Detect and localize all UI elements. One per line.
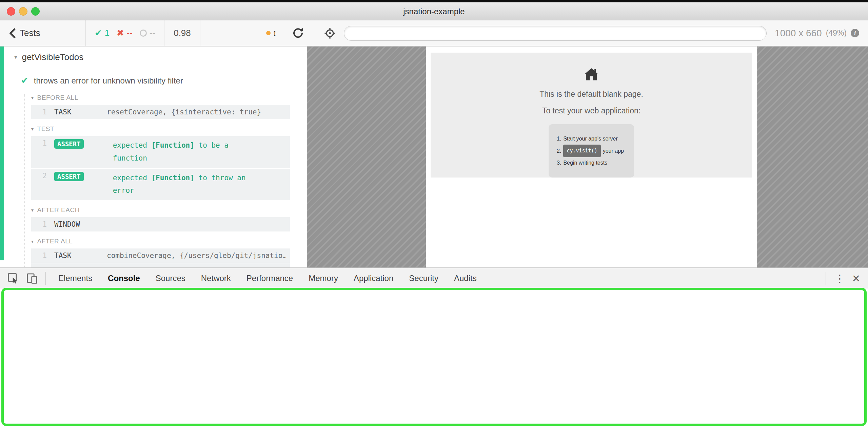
hook-name: AFTER ALL (37, 238, 73, 245)
assert-badge: ASSERT (54, 172, 84, 181)
default-blank-page-card: This is the default blank page. To test … (431, 53, 752, 178)
step-number: 2. (557, 145, 561, 157)
close-devtools-icon[interactable]: × (848, 272, 868, 285)
tab-memory[interactable]: Memory (301, 274, 346, 283)
tab-performance[interactable]: Performance (239, 274, 301, 283)
hook-section-header[interactable]: ▾AFTER ALL (31, 238, 290, 245)
blank-page-subheading: To test your web application: (542, 106, 640, 115)
command-row[interactable]: 2TASKcoverageReport (31, 263, 290, 267)
toolbar-divider (45, 272, 46, 285)
console-panel: Your Spec: '/__cyp... ▼ Default levels ▼… (0, 289, 868, 427)
tab-console[interactable]: Console (100, 274, 148, 283)
app-preview-frame: This is the default blank page. To test … (426, 47, 757, 267)
suite-header[interactable]: ▾ getVisibleTodos (14, 52, 307, 62)
failed-stat: ✖ -- (117, 28, 133, 38)
assert-message-part: expected (113, 141, 152, 149)
hook-name: BEFORE ALL (37, 94, 78, 101)
collapse-caret-icon: ▾ (31, 207, 34, 213)
viewport-info: 1000 x 660 (49%) i (775, 28, 859, 39)
runner-controls: ↕ (200, 20, 315, 46)
command-number: 1 (37, 252, 47, 260)
viewport-scale: (49%) (826, 29, 847, 38)
command-row[interactable]: 1TASKresetCoverage, {isinteractive: true… (31, 105, 290, 119)
command-value: combineCoverage, {/users/gleb/git/jsnati… (107, 252, 286, 260)
viewport-size: 1000 x 660 (775, 28, 822, 39)
suite-status-strip (0, 47, 4, 260)
window-titlebar: jsnation-example (0, 2, 868, 20)
getting-started-step: 3.Begin writing tests (557, 157, 624, 169)
command-number: 2 (37, 172, 47, 180)
duration-value: 0.98 (174, 28, 191, 38)
info-icon[interactable]: i (851, 29, 859, 37)
auto-scroll-indicator[interactable]: ↕ (266, 28, 277, 38)
collapse-caret-icon: ▾ (14, 54, 17, 61)
hook-name: TEST (37, 125, 55, 133)
collapse-caret-icon: ▾ (31, 239, 34, 244)
devtools-tabs: ElementsConsoleSourcesNetworkPerformance… (51, 274, 485, 283)
url-input[interactable] (344, 26, 767, 41)
command-row[interactable]: 1TASKcombineCoverage, {/users/gleb/git/j… (31, 248, 290, 263)
command-row[interactable]: 2ASSERTexpected [Function] to throw an e… (31, 169, 290, 201)
blank-page-heading: This is the default blank page. (539, 90, 643, 99)
failed-icon: ✖ (117, 28, 124, 38)
pending-stat: -- (140, 28, 155, 38)
failed-count: -- (127, 28, 133, 38)
command-value: resetCoverage, {isinteractive: true} (107, 108, 286, 116)
pending-icon (140, 30, 147, 37)
test-reporter-panel: ▾ getVisibleTodos ✔ throws an error for … (0, 47, 307, 267)
devtools-toolbar-right: ⋮ × (820, 272, 868, 285)
assert-message-part: [Function] (151, 174, 194, 182)
tab-network[interactable]: Network (193, 274, 239, 283)
run-duration: 0.98 (164, 20, 200, 46)
back-label: Tests (20, 28, 40, 38)
assert-message: expected [Function] to be a function (113, 139, 251, 165)
back-to-tests-button[interactable]: Tests (0, 20, 86, 46)
more-options-icon[interactable]: ⋮ (832, 273, 848, 284)
command-row[interactable]: 1ASSERTexpected [Function] to be a funct… (31, 136, 290, 168)
step-number: 1. (557, 133, 561, 145)
hook-section-header[interactable]: ▾AFTER EACH (31, 206, 290, 214)
screen-top-edge (0, 0, 868, 2)
step-text: Start your app's server (563, 133, 617, 145)
step-text: Begin writing tests (563, 157, 607, 169)
assert-message: expected [Function] to throw an error (113, 172, 251, 198)
command-name: TASK (54, 108, 107, 116)
test-passed-icon: ✔ (21, 75, 28, 86)
home-icon (581, 68, 602, 81)
assert-message-part: expected (113, 174, 152, 182)
getting-started-steps: 1.Start your app's server2.cy.visit() yo… (549, 124, 634, 178)
command-number: 1 (37, 108, 47, 116)
inspect-element-icon[interactable] (7, 273, 19, 284)
hook-section-header[interactable]: ▾BEFORE ALL (31, 94, 290, 101)
main-area: ▾ getVisibleTodos ✔ throws an error for … (0, 47, 868, 267)
code-chip: cy.visit() (563, 145, 600, 157)
test-title: throws an error for unknown visibility f… (34, 76, 183, 86)
tab-elements[interactable]: Elements (51, 274, 100, 283)
command-row[interactable]: 1WINDOW (31, 217, 290, 231)
devtools-toolbar: ElementsConsoleSourcesNetworkPerformance… (0, 267, 868, 289)
scroll-arrows-icon: ↕ (273, 28, 277, 38)
tab-audits[interactable]: Audits (446, 274, 485, 283)
back-chevron-icon (9, 28, 16, 38)
passed-stat: ✔ 1 (95, 28, 110, 38)
collapse-caret-icon: ▾ (31, 95, 34, 100)
cypress-header: Tests ✔ 1 ✖ -- -- 0.98 ↕ (0, 20, 868, 47)
test-stats: ✔ 1 ✖ -- -- (86, 20, 164, 46)
tab-security[interactable]: Security (401, 274, 446, 283)
hook-name: AFTER EACH (37, 206, 80, 214)
selector-playground-icon[interactable] (324, 27, 336, 39)
tab-sources[interactable]: Sources (148, 274, 193, 283)
hook-section-header[interactable]: ▾TEST (31, 125, 290, 133)
tab-application[interactable]: Application (346, 274, 401, 283)
toolbar-divider (826, 272, 826, 285)
passed-count: 1 (105, 28, 110, 38)
assert-badge: ASSERT (54, 139, 84, 149)
restart-icon[interactable] (293, 28, 303, 39)
getting-started-step: 1.Start your app's server (557, 133, 624, 145)
assert-message-part: [Function] (151, 141, 194, 149)
passed-icon: ✔ (95, 28, 102, 38)
test-header[interactable]: ✔ throws an error for unknown visibility… (21, 75, 307, 86)
command-log: ▾BEFORE ALL1TASKresetCoverage, {isintera… (24, 94, 290, 267)
suite-title: getVisibleTodos (22, 52, 84, 62)
device-toolbar-icon[interactable] (26, 273, 38, 284)
